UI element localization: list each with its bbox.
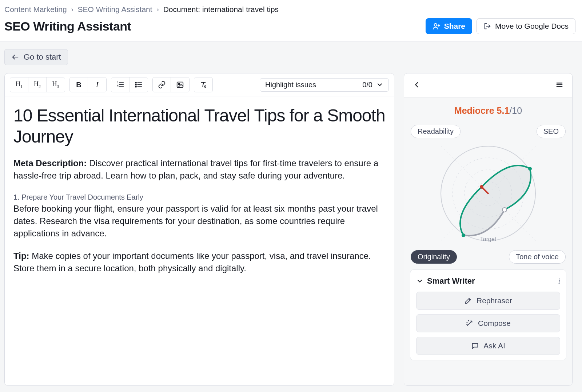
ordered-list-icon: 123 (116, 81, 124, 89)
magic-wand-icon (466, 319, 474, 327)
smart-writer-panel: Smart Writer i Rephraser Compose Ask AI (410, 269, 566, 360)
readability-pill[interactable]: Readability (411, 125, 461, 138)
panel-menu-button[interactable] (553, 79, 566, 92)
svg-point-15 (480, 185, 483, 189)
share-button[interactable]: Share (426, 18, 472, 34)
chevron-right-icon: › (71, 6, 73, 13)
editor-toolbar: H1 H2 H3 B I 123 (5, 73, 394, 96)
svg-point-18 (462, 233, 465, 237)
rephraser-button[interactable]: Rephraser (416, 292, 560, 310)
clear-format-icon (199, 81, 207, 89)
tone-pill[interactable]: Tone of voice (509, 250, 566, 264)
tip-paragraph: Tip: Make copies of your important docum… (13, 250, 385, 275)
svg-text:3: 3 (117, 85, 118, 88)
chat-icon (471, 342, 479, 350)
h1-button[interactable]: H1 (10, 77, 28, 92)
svg-rect-7 (177, 82, 183, 88)
section-1-head: 1. Prepare Your Travel Documents Early (13, 192, 385, 202)
editor-body[interactable]: 10 Essential International Travel Tips f… (5, 96, 394, 293)
page-title: SEO Writing Assistant (4, 19, 131, 33)
svg-point-17 (502, 208, 507, 212)
radar-chart: Readability SEO Originality Tone of voic… (410, 123, 566, 264)
compose-button[interactable]: Compose (416, 314, 560, 332)
clear-group (194, 77, 213, 92)
unordered-list-button[interactable] (129, 77, 148, 92)
export-icon (483, 22, 491, 30)
breadcrumb-link-seowritingassistant[interactable]: SEO Writing Assistant (78, 5, 152, 14)
svg-point-16 (528, 167, 532, 171)
target-label: Target (480, 236, 496, 243)
insert-group (152, 77, 190, 92)
person-add-icon (432, 22, 441, 30)
ordered-list-button[interactable]: 123 (111, 77, 129, 92)
svg-point-8 (178, 83, 180, 85)
edit-icon (464, 297, 472, 305)
editor-panel: H1 H2 H3 B I 123 (4, 73, 394, 386)
highlight-issues-dropdown[interactable]: Highlight issues 0/0 (260, 78, 389, 92)
h3-button[interactable]: H3 (47, 77, 65, 92)
chevron-right-icon: › (157, 6, 159, 13)
highlight-label: Highlight issues (265, 81, 316, 89)
radar-svg (437, 143, 539, 244)
svg-point-0 (434, 24, 436, 26)
info-icon[interactable]: i (558, 277, 560, 285)
heading-group: H1 H2 H3 (10, 77, 65, 92)
chevron-down-icon[interactable] (416, 277, 423, 285)
move-to-google-docs-button[interactable]: Move to Google Docs (477, 18, 575, 34)
breadcrumb: Content Marketing › SEO Writing Assistan… (4, 5, 578, 14)
svg-point-6 (135, 86, 136, 87)
chevron-down-icon (376, 81, 383, 88)
svg-point-5 (135, 84, 136, 85)
bold-button[interactable]: B (70, 77, 88, 92)
ask-ai-button[interactable]: Ask AI (416, 337, 560, 355)
arrow-left-icon (11, 53, 19, 61)
image-icon (176, 81, 184, 89)
section-1-body: Before booking your flight, ensure your … (13, 203, 385, 240)
chevron-left-icon (413, 81, 421, 89)
meta-description: Meta Description: Discover practical int… (13, 157, 385, 182)
breadcrumb-current: Document: international travel tips (163, 5, 279, 14)
h2-button[interactable]: H2 (28, 77, 47, 92)
seo-pill[interactable]: SEO (537, 125, 566, 138)
overall-score: Mediocre 5.1/10 (410, 105, 566, 116)
collapse-panel-button[interactable] (411, 79, 423, 92)
breadcrumb-link-contentmarketing[interactable]: Content Marketing (4, 5, 67, 14)
highlight-count: 0/0 (362, 81, 372, 89)
link-button[interactable] (153, 77, 171, 92)
link-icon (158, 81, 166, 89)
go-to-start-button[interactable]: Go to start (4, 49, 68, 65)
style-group: B I (69, 77, 107, 92)
document-title: 10 Essential International Travel Tips f… (13, 105, 385, 147)
bullet-list-icon (135, 81, 143, 89)
list-group: 123 (111, 77, 148, 92)
analysis-panel: Mediocre 5.1/10 Readability SEO Original… (404, 73, 573, 386)
italic-button[interactable]: I (88, 77, 106, 92)
smart-writer-title: Smart Writer (427, 276, 554, 286)
image-button[interactable] (171, 77, 189, 92)
menu-icon (555, 81, 563, 89)
svg-point-4 (135, 82, 136, 83)
originality-pill[interactable]: Originality (411, 250, 457, 264)
clear-format-button[interactable] (194, 77, 212, 92)
